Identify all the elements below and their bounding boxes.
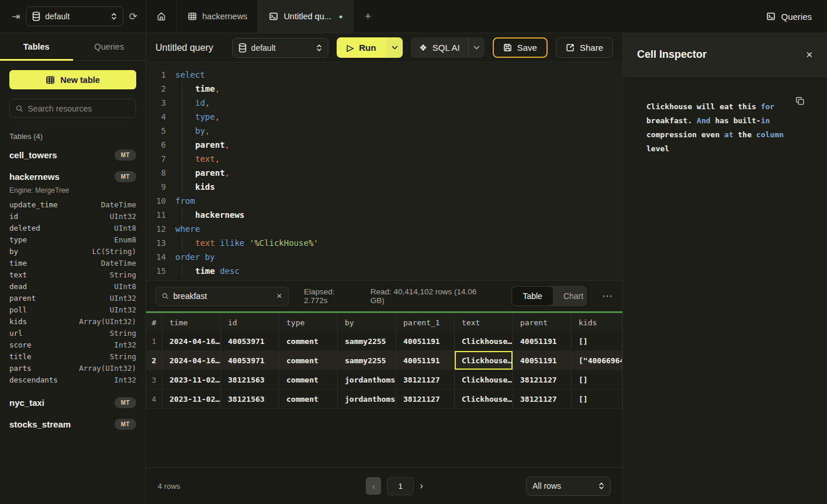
- editor-line[interactable]: 11hackernews: [151, 208, 622, 222]
- schema-column-row[interactable]: scoreInt32: [9, 339, 136, 351]
- table-cell[interactable]: comment: [279, 370, 338, 389]
- schema-column-row[interactable]: parentUInt32: [9, 293, 136, 304]
- table-cell[interactable]: comment: [279, 390, 338, 408]
- editor-line[interactable]: 5by,: [151, 124, 622, 138]
- schema-column-row[interactable]: timeDateTime: [9, 258, 136, 269]
- topbar-database-selector[interactable]: default: [26, 6, 123, 26]
- schema-column-row[interactable]: urlString: [9, 328, 136, 339]
- schema-column-row[interactable]: deadUInt8: [9, 281, 136, 293]
- column-header[interactable]: by: [338, 313, 396, 332]
- table-cell[interactable]: comment: [279, 332, 338, 350]
- clear-search-icon[interactable]: ✕: [276, 292, 282, 300]
- share-button[interactable]: Share: [556, 37, 613, 58]
- refresh-icon[interactable]: ⟳: [129, 11, 137, 23]
- results-search-input[interactable]: [173, 291, 271, 301]
- schema-column-row[interactable]: partsArray(UInt32): [9, 363, 136, 374]
- table-cell[interactable]: 40053971: [221, 351, 279, 370]
- query-database-selector[interactable]: default: [232, 38, 328, 58]
- sql-ai-options-button[interactable]: [468, 37, 485, 58]
- sidebar-tab-queries[interactable]: Queries: [73, 33, 146, 60]
- table-cell[interactable]: 2023-11-02…: [162, 370, 221, 389]
- next-page-button[interactable]: ›: [420, 480, 423, 492]
- table-cell[interactable]: []: [572, 332, 622, 350]
- queries-button[interactable]: Queries: [751, 0, 827, 33]
- resource-search[interactable]: [9, 99, 136, 118]
- more-options-icon[interactable]: ⋯: [602, 290, 613, 303]
- sql-ai-button[interactable]: ❖ SQL AI: [411, 37, 468, 58]
- column-header[interactable]: parent: [513, 313, 572, 332]
- editor-line[interactable]: 2time,: [151, 82, 622, 96]
- column-header[interactable]: kids: [572, 313, 622, 332]
- table-cell[interactable]: 38121127: [396, 370, 455, 389]
- editor-line[interactable]: 15time desc: [151, 264, 622, 278]
- table-cell[interactable]: 38121563: [221, 370, 279, 389]
- view-chart-button[interactable]: Chart: [553, 287, 587, 305]
- table-cell[interactable]: Clickhouse…: [455, 351, 513, 370]
- table-list-item[interactable]: hackernewsMT: [9, 166, 136, 187]
- table-cell[interactable]: Clickhouse…: [455, 370, 513, 389]
- editor-line[interactable]: 1select: [151, 68, 622, 82]
- table-list-item[interactable]: stocks_streamMT: [9, 413, 136, 435]
- run-options-button[interactable]: [386, 37, 403, 58]
- table-cell[interactable]: 38121563: [221, 390, 279, 408]
- table-cell[interactable]: []: [572, 370, 622, 389]
- editor-line[interactable]: 4type,: [151, 110, 622, 124]
- save-button[interactable]: Save: [493, 37, 548, 58]
- tab-hackernews[interactable]: hackernews: [177, 0, 258, 33]
- table-cell[interactable]: 40051191: [396, 332, 455, 350]
- schema-column-row[interactable]: kidsArray(UInt32): [9, 316, 136, 328]
- close-icon[interactable]: ✕: [805, 50, 813, 60]
- column-header[interactable]: type: [279, 313, 338, 332]
- editor-line[interactable]: 6parent,: [151, 138, 622, 152]
- table-cell[interactable]: 40051191: [513, 351, 572, 370]
- table-cell[interactable]: 38121127: [513, 390, 572, 408]
- editor-line[interactable]: 14order by: [151, 250, 622, 264]
- tab-untitled-query[interactable]: Untitled qu... ●: [258, 0, 354, 33]
- schema-column-row[interactable]: pollUInt32: [9, 304, 136, 316]
- table-cell[interactable]: comment: [279, 351, 338, 370]
- table-cell[interactable]: 38121127: [396, 390, 455, 408]
- table-cell[interactable]: 40053971: [221, 332, 279, 350]
- schema-column-row[interactable]: typeEnum8: [9, 234, 136, 246]
- editor-line[interactable]: 9kids: [151, 180, 622, 194]
- table-list-item[interactable]: nyc_taxiMT: [9, 392, 136, 413]
- collapse-sidebar-icon[interactable]: ⇥: [12, 11, 20, 23]
- table-cell[interactable]: jordanthoms: [338, 390, 396, 408]
- table-cell[interactable]: Clickhouse…: [455, 390, 513, 408]
- column-header[interactable]: id: [221, 313, 279, 332]
- schema-column-row[interactable]: byLC(String): [9, 246, 136, 258]
- editor-line[interactable]: 7text,: [151, 152, 622, 166]
- sidebar-tab-tables[interactable]: Tables: [0, 33, 73, 60]
- resource-search-input[interactable]: [28, 104, 130, 113]
- schema-column-row[interactable]: update_timeDateTime: [9, 199, 136, 211]
- table-cell[interactable]: 40051191: [513, 332, 572, 350]
- editor-line[interactable]: 13text ilike '%ClickHouse%': [151, 236, 622, 250]
- table-cell[interactable]: 38121127: [513, 370, 572, 389]
- page-size-selector[interactable]: All rows: [526, 477, 611, 496]
- prev-page-button[interactable]: ‹: [366, 477, 381, 495]
- schema-column-row[interactable]: textString: [9, 269, 136, 281]
- editor-line[interactable]: 10from: [151, 194, 622, 208]
- editor-line[interactable]: 12where: [151, 222, 622, 236]
- run-button[interactable]: ▷ Run: [337, 37, 387, 58]
- schema-column-row[interactable]: titleString: [9, 351, 136, 363]
- table-cell[interactable]: Clickhouse…: [455, 332, 513, 350]
- results-search[interactable]: ✕: [155, 287, 289, 306]
- editor-line[interactable]: 8parent,: [151, 166, 622, 180]
- schema-column-row[interactable]: deletedUInt8: [9, 223, 136, 234]
- table-cell[interactable]: 40051191: [396, 351, 455, 370]
- view-table-button[interactable]: Table: [512, 287, 552, 305]
- table-cell[interactable]: []: [572, 390, 622, 408]
- editor-line[interactable]: 3id,: [151, 96, 622, 110]
- copy-icon[interactable]: [795, 96, 805, 106]
- table-cell[interactable]: 2023-11-02…: [162, 390, 221, 408]
- tab-home[interactable]: [146, 0, 177, 33]
- new-table-button[interactable]: New table: [9, 70, 136, 89]
- table-list-item[interactable]: cell_towersMT: [9, 144, 136, 166]
- table-cell[interactable]: sammy2255: [338, 332, 396, 350]
- schema-column-row[interactable]: descendantsInt32: [9, 374, 136, 386]
- schema-column-row[interactable]: idUInt32: [9, 211, 136, 223]
- table-cell[interactable]: sammy2255: [338, 351, 396, 370]
- column-header[interactable]: text: [455, 313, 513, 332]
- table-cell[interactable]: ["40066964…: [572, 351, 622, 370]
